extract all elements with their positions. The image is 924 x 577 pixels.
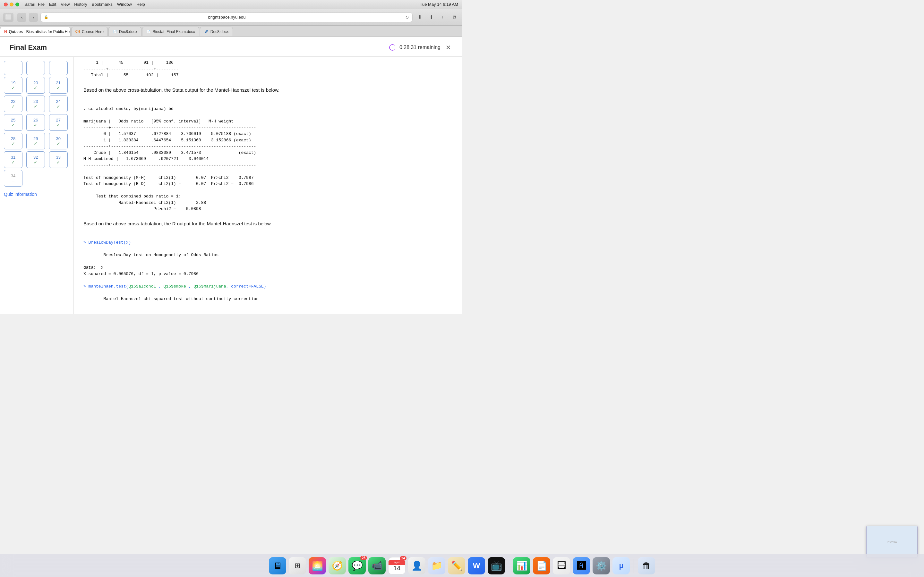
q-btn-34[interactable]: 34 -- xyxy=(4,170,23,187)
menu-window[interactable]: Window xyxy=(117,2,132,7)
traffic-lights xyxy=(4,3,19,6)
stata-intro-text: Based on the above cross-tabulation, the… xyxy=(83,86,452,94)
content-area[interactable]: 1 | 45 91 | 136 ---------+--------------… xyxy=(74,57,462,314)
q-num-27: 27 xyxy=(56,118,60,122)
tab-coursehero[interactable]: CH Course Hero xyxy=(71,27,108,36)
share-button[interactable]: ⬆ xyxy=(427,13,436,22)
question-grid-top xyxy=(0,61,73,75)
url-text: brightspace.nyu.edu xyxy=(50,15,403,19)
maximize-button[interactable] xyxy=(15,3,19,6)
q-check-30: ✓ xyxy=(57,141,60,146)
tab-label-biostat: Biostat_Final Exam.docx xyxy=(153,29,195,34)
timer-text: 0:28:31 remaining xyxy=(399,45,441,50)
close-button[interactable] xyxy=(4,3,8,6)
q-num-19: 19 xyxy=(11,81,15,85)
tab-doc8[interactable]: 📄 Doc8.docx xyxy=(108,27,142,36)
q-check-32: ✓ xyxy=(34,160,37,165)
tabs-bar: N Quizzes - Biostatistics for Public Hea… xyxy=(0,26,462,37)
q-btn-22[interactable]: 22 ✓ xyxy=(4,95,23,112)
q-btn-20[interactable]: 20 ✓ xyxy=(26,77,45,93)
q-btn-19[interactable]: 19 ✓ xyxy=(4,77,23,93)
tab-doc8-2[interactable]: W Doc8.docx xyxy=(200,27,233,36)
q-num-25: 25 xyxy=(11,118,15,122)
q-num-31: 31 xyxy=(11,155,15,160)
r-command1: > BreslowDayTest(x) xyxy=(83,240,131,245)
q-num-30: 30 xyxy=(56,136,60,141)
page-content: Final Exam 0:28:31 remaining ✕ 19 ✓ xyxy=(0,37,462,314)
q-check-25: ✓ xyxy=(11,122,15,127)
q-check-21: ✓ xyxy=(57,85,60,90)
q-check-20: ✓ xyxy=(34,85,37,90)
stata-output: . cc alcohol smoke, by(marijuana) bd mar… xyxy=(83,97,452,215)
quiz-info-link[interactable]: Quiz Information xyxy=(4,192,69,197)
q-num-32: 32 xyxy=(33,155,38,160)
tab-favicon-coursehero: CH xyxy=(75,29,80,34)
q-btn-31[interactable]: 31 ✓ xyxy=(4,151,23,168)
tab-label-doc8-2: Doc8.docx xyxy=(210,29,229,34)
q-btn-placeholder-2[interactable] xyxy=(26,61,45,75)
q-btn-29[interactable]: 29 ✓ xyxy=(26,133,45,149)
q-check-33: ✓ xyxy=(57,160,60,165)
menu-file[interactable]: File xyxy=(38,2,45,7)
tab-favicon-doc8: 📄 xyxy=(113,29,117,34)
q-btn-33[interactable]: 33 ✓ xyxy=(49,151,68,168)
minimize-button[interactable] xyxy=(10,3,13,6)
q-num-29: 29 xyxy=(33,136,38,141)
new-tab-button[interactable]: ＋ xyxy=(438,13,447,22)
tab-quizzes[interactable]: N Quizzes - Biostatistics for Public Hea… xyxy=(0,27,71,36)
q-check-24: ✓ xyxy=(57,104,60,109)
question-grid-28-30: 28 ✓ 29 ✓ 30 ✓ xyxy=(0,133,73,149)
q-btn-28[interactable]: 28 ✓ xyxy=(4,133,23,149)
q-btn-24[interactable]: 24 ✓ xyxy=(49,95,68,112)
q-dash-34: -- xyxy=(12,178,15,183)
q-btn-32[interactable]: 32 ✓ xyxy=(26,151,45,168)
q-check-28: ✓ xyxy=(11,141,15,146)
q-num-22: 22 xyxy=(11,99,15,104)
address-bar[interactable]: 🔒 brightspace.nyu.edu ↻ xyxy=(40,13,413,22)
menu-help[interactable]: Help xyxy=(136,2,145,7)
question-grid-34: 34 -- xyxy=(0,170,73,187)
q-check-22: ✓ xyxy=(11,104,15,109)
tab-biostat[interactable]: 📄 Biostat_Final Exam.docx xyxy=(142,27,199,36)
tab-label-coursehero: Course Hero xyxy=(82,29,103,34)
back-button[interactable]: ‹ xyxy=(17,13,26,22)
q-btn-25[interactable]: 25 ✓ xyxy=(4,114,23,131)
menu-history[interactable]: History xyxy=(74,2,87,7)
lock-icon: 🔒 xyxy=(44,15,48,19)
titlebar-left: Safari File Edit View History Bookmarks … xyxy=(4,2,145,7)
q-btn-21[interactable]: 21 ✓ xyxy=(49,77,68,93)
q-num-21: 21 xyxy=(56,81,60,85)
menu-bookmarks[interactable]: Bookmarks xyxy=(92,2,113,7)
r-output: > BreslowDayTest(x) Breslow-Day test on … xyxy=(83,231,452,305)
r-intro-text: Based on the above cross-tabulation, the… xyxy=(83,220,452,227)
tabs-button[interactable]: ⧉ xyxy=(450,13,459,22)
close-exam-button[interactable]: ✕ xyxy=(444,42,452,53)
question-grid-19-21: 19 ✓ 20 ✓ 21 ✓ xyxy=(0,77,73,93)
q-num-33: 33 xyxy=(56,155,60,160)
exam-header: Final Exam 0:28:31 remaining ✕ xyxy=(0,37,462,57)
q-num-34: 34 xyxy=(11,173,15,178)
tab-favicon-biostat: 📄 xyxy=(146,29,151,34)
forward-button[interactable]: › xyxy=(29,13,38,22)
reload-icon[interactable]: ↻ xyxy=(405,15,409,20)
q-btn-23[interactable]: 23 ✓ xyxy=(26,95,45,112)
q-btn-26[interactable]: 26 ✓ xyxy=(26,114,45,131)
q-btn-30[interactable]: 30 ✓ xyxy=(49,133,68,149)
timer-spinner xyxy=(389,44,396,51)
q-check-27: ✓ xyxy=(57,122,60,127)
q-num-28: 28 xyxy=(11,136,15,141)
q-num-20: 20 xyxy=(33,81,38,85)
question-grid-31-33: 31 ✓ 32 ✓ 33 ✓ xyxy=(0,151,73,168)
q-btn-placeholder-1[interactable] xyxy=(4,61,23,75)
q-btn-placeholder-3[interactable] xyxy=(49,61,68,75)
sidebar: 19 ✓ 20 ✓ 21 ✓ 22 ✓ 23 xyxy=(0,57,74,314)
menu-view[interactable]: View xyxy=(61,2,69,7)
tab-label-quizzes: Quizzes - Biostatistics for Public Healt… xyxy=(9,29,71,34)
menu-edit[interactable]: Edit xyxy=(49,2,56,7)
app-name: Safari xyxy=(24,2,35,7)
q-check-31: ✓ xyxy=(11,160,15,165)
question-grid-25-27: 25 ✓ 26 ✓ 27 ✓ xyxy=(0,114,73,131)
q-btn-27[interactable]: 27 ✓ xyxy=(49,114,68,131)
downloads-button[interactable]: ⬇ xyxy=(415,13,424,22)
sidebar-toggle-button[interactable]: ⬜ xyxy=(3,13,13,22)
